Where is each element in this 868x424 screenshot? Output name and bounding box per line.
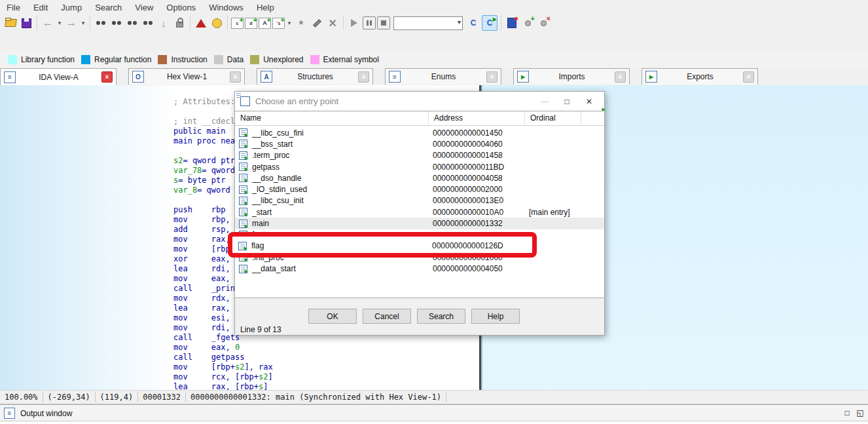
color-legend: Library functionRegular functionInstruct… <box>0 51 868 68</box>
help-button[interactable]: Help <box>471 309 520 324</box>
status-bar: 100.00%(-269,34)(119,4)00001332000000000… <box>0 390 868 404</box>
search-number-icon[interactable] <box>94 16 108 30</box>
entry-point-row[interactable]: __dso_handle0000000000004058 <box>235 172 604 183</box>
entry-point-row[interactable]: .term_proc0000000000001458 <box>235 150 604 161</box>
tab-ida-view-a[interactable]: ≡IDA View-A× <box>0 68 117 85</box>
entry-point-row[interactable]: __libc_csu_fini0000000000001450 <box>235 127 604 138</box>
dialog-line-status: Line 9 of 13 <box>240 325 281 334</box>
string-caret-icon[interactable] <box>286 16 293 30</box>
search-lock-icon[interactable] <box>172 16 187 30</box>
waitbox-icon[interactable] <box>209 16 224 30</box>
jump-back-icon[interactable] <box>41 16 55 30</box>
attach-process-icon[interactable] <box>466 16 480 30</box>
jump-forward-caret-icon[interactable] <box>80 16 86 30</box>
jump-address-icon[interactable] <box>156 16 171 30</box>
output-window-bar[interactable]: ≡ Output window □ ◱ <box>0 404 868 421</box>
dialog-button-row: OKCancelSearchHelp <box>308 309 526 324</box>
search-button[interactable]: Search <box>417 309 465 324</box>
tab-close-icon[interactable]: × <box>230 71 241 83</box>
tab-structures[interactable]: AStructures× <box>257 68 373 85</box>
tab-close-icon[interactable]: × <box>743 71 754 83</box>
make-code-icon[interactable] <box>231 18 244 29</box>
tab-close-icon[interactable]: × <box>615 71 626 83</box>
output-dock-icon[interactable]: ◱ <box>854 407 867 419</box>
tab-enums[interactable]: ≡Enums× <box>385 68 501 85</box>
tab-close-icon[interactable]: × <box>101 71 113 83</box>
entry-point-row[interactable]: getpass00000000000011BD <box>235 161 604 172</box>
jump-forward-icon[interactable] <box>64 16 79 30</box>
menu-view[interactable]: View <box>128 1 160 14</box>
edit-icon[interactable] <box>310 16 324 30</box>
menu-file[interactable]: File <box>0 1 27 14</box>
column-header-address[interactable]: Address <box>429 111 525 125</box>
add-breakpoint-icon[interactable] <box>520 16 535 30</box>
tab-label: Imports <box>529 72 615 81</box>
debugger-select-combo[interactable] <box>393 16 463 30</box>
toolbar-group <box>501 16 554 30</box>
ida-tab-icon: ≡ <box>4 71 16 83</box>
analysis-indicator-icon[interactable] <box>194 16 208 30</box>
breakpoint-list-icon[interactable] <box>505 16 519 30</box>
menu-help[interactable]: Help <box>250 1 281 14</box>
legend-item: Unexplored <box>250 55 303 64</box>
tab-close-icon[interactable]: × <box>358 71 369 83</box>
search-again-icon[interactable] <box>141 16 155 30</box>
column-header-name[interactable]: Name <box>235 111 429 125</box>
make-name-icon[interactable] <box>259 18 271 29</box>
open-file-icon[interactable] <box>3 16 18 30</box>
ok-button[interactable]: OK <box>308 309 357 324</box>
tab-imports[interactable]: ▶Imports× <box>513 68 630 85</box>
toolbar <box>0 14 868 32</box>
disassembly-line: mov eax, 0 <box>173 343 273 353</box>
make-string-icon[interactable] <box>272 18 285 29</box>
legend-label: External symbol <box>323 55 379 64</box>
entry-point-row[interactable]: main0000000000001332 <box>235 218 604 229</box>
tab-close-icon[interactable]: × <box>486 71 497 83</box>
toolbar-group <box>227 16 343 30</box>
output-maximize-icon[interactable]: □ <box>841 407 854 419</box>
menu-search[interactable]: Search <box>88 1 128 14</box>
legend-item: Library function <box>8 55 75 64</box>
entry-name: __dso_handle <box>252 174 301 183</box>
close-icon[interactable]: ✕ <box>578 92 600 111</box>
tab-exports[interactable]: ▶Exports× <box>642 68 758 85</box>
main-area: ; Attributes: ; int __cdeclpublic mainma… <box>0 85 868 390</box>
jump-back-caret-icon[interactable] <box>56 16 63 30</box>
menu-edit[interactable]: Edit <box>27 1 54 14</box>
legend-item: Instruction <box>158 55 207 64</box>
disassembly-line: mov rcx, [rbp+s2] <box>173 372 273 382</box>
entry-point-icon <box>239 265 247 273</box>
undefine-icon[interactable] <box>325 16 340 30</box>
column-header-spacer <box>581 111 604 125</box>
menu-windows[interactable]: Windows <box>202 1 250 14</box>
debug-start-icon[interactable] <box>347 16 361 30</box>
make-data-icon[interactable] <box>245 18 257 29</box>
entry-point-row[interactable]: __libc_csu_init00000000000013E0 <box>235 195 604 206</box>
flag-highlight-box: flag 000000000000126D <box>228 232 537 258</box>
list-column-headers[interactable]: Name Address Ordinal <box>235 111 604 126</box>
run-cursor-icon[interactable] <box>482 15 497 31</box>
entry-point-row[interactable]: _IO_stdin_used0000000000002000 <box>235 183 604 195</box>
make-array-icon[interactable] <box>294 16 308 30</box>
debug-pause-icon[interactable] <box>363 16 376 29</box>
tab-hex-view-1[interactable]: OHex View-1× <box>128 68 245 85</box>
tab-label: Structures <box>272 72 358 81</box>
dialog-title-bar[interactable]: Choose an entry point — □ ✕ <box>235 92 604 111</box>
legend-swatch <box>8 55 17 64</box>
cancel-button[interactable]: Cancel <box>363 309 411 324</box>
entry-point-row[interactable]: __bss_start0000000000004060 <box>235 138 604 149</box>
search-binary-icon[interactable] <box>125 16 139 30</box>
delete-breakpoint-icon[interactable] <box>536 16 551 30</box>
search-text-icon[interactable] <box>109 16 124 30</box>
entry-point-row[interactable]: __data_start0000000000004050 <box>235 263 604 275</box>
maximize-icon[interactable]: □ <box>556 92 578 111</box>
entry-point-row[interactable]: _start00000000000010A0[main entry] <box>235 206 604 218</box>
menu-jump[interactable]: Jump <box>54 1 88 14</box>
debug-stop-icon[interactable] <box>377 16 390 29</box>
column-header-ordinal[interactable]: Ordinal <box>525 111 581 125</box>
legend-swatch <box>81 55 90 64</box>
entry-point-icon <box>239 185 247 194</box>
menu-options[interactable]: Options <box>160 1 202 14</box>
legend-swatch <box>214 55 223 64</box>
save-file-icon[interactable] <box>19 16 33 30</box>
